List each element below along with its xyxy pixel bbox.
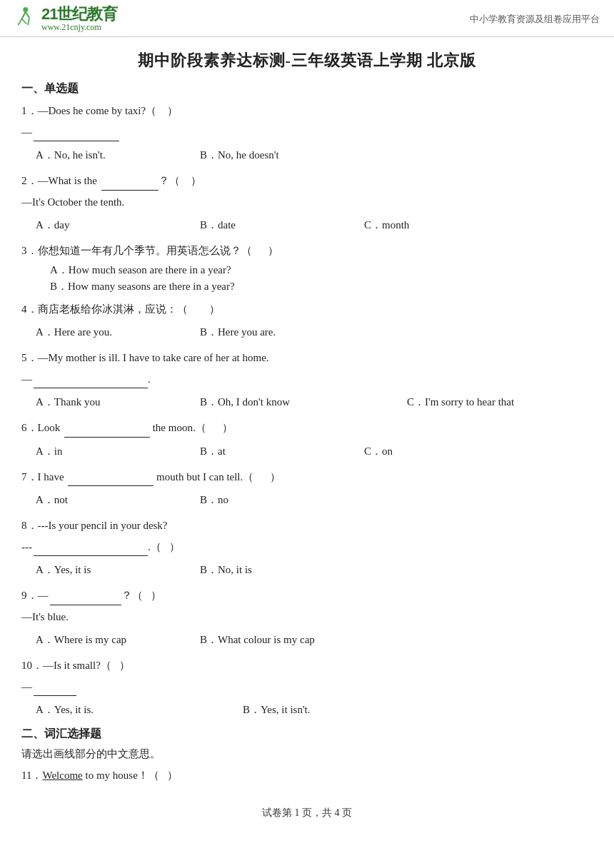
q10-optA: A．Yes, it is. [36, 700, 221, 720]
logo-runner-icon [14, 6, 34, 31]
q8-optA: A．Yes, it is [36, 560, 178, 580]
question-3: 3．你想知道一年有几个季节。用英语怎么说？（ ） A．How much seas… [21, 242, 593, 293]
main-title: 期中阶段素养达标测-三年级英语上学期 北京版 [0, 50, 614, 71]
q8-blank: ---.（ ） [21, 538, 593, 557]
q10-blank: — [21, 678, 593, 697]
q9-optA: A．Where is my cap [36, 630, 178, 650]
q2-optB: B．date [200, 216, 343, 235]
q2-options: A．day B．date C．month [36, 216, 593, 235]
question-8: 8．---Is your pencil in your desk? ---.（ … [21, 517, 593, 580]
question-11: 11．Welcome to my house！（ ） [21, 767, 593, 785]
q6-optA: A．in [36, 442, 178, 461]
svg-line-4 [26, 12, 29, 18]
q5-text: 5．—My mother is ill. I have to take care… [21, 349, 593, 368]
q9-options: A．Where is my cap B．What colour is my ca… [36, 630, 593, 650]
q8-text: 8．---Is your pencil in your desk? [21, 517, 593, 535]
header-platform: 中小学教育资源及组卷应用平台 [470, 13, 600, 26]
q6-options: A．in B．at C．on [36, 442, 593, 461]
q7-text: 7．I have mouth but I can tell.（ ） [21, 468, 593, 487]
svg-line-5 [28, 18, 29, 26]
q1-optB: B．No, he doesn't [200, 146, 343, 165]
question-7: 7．I have mouth but I can tell.（ ） A．not … [21, 468, 593, 510]
logo-text-sub: www.21cnjy.com [41, 23, 101, 32]
q1-optA: A．No, he isn't. [36, 146, 178, 165]
q6-optB: B．at [200, 442, 343, 461]
q4-optA: A．Here are you. [36, 323, 178, 342]
q3-options: A．How much season are there in a year? B… [36, 263, 593, 293]
svg-point-0 [23, 7, 28, 12]
q10-options: A．Yes, it is. B．Yes, it isn't. [36, 700, 593, 720]
svg-line-1 [22, 12, 26, 19]
question-9: 9．—？（ ） —It's blue. A．Where is my cap B．… [21, 587, 593, 650]
q3-optA: A．How much season are there in a year? [50, 263, 593, 277]
q11-underline-word: Welcome [42, 769, 82, 781]
q8-options: A．Yes, it is B．No, it is [36, 560, 593, 580]
q4-options: A．Here are you. B．Here you are. [36, 323, 593, 342]
logo-area: 21世纪教育 www.21cnjy.com [14, 6, 117, 32]
q5-options: A．Thank you B．Oh, I don't know C．I'm sor… [36, 393, 593, 412]
q9-sub: —It's blue. [21, 608, 593, 627]
q2-text: 2．—What is the ？（ ） [21, 172, 593, 191]
q9-text: 9．—？（ ） [21, 587, 593, 605]
q9-optB: B．What colour is my cap [200, 630, 343, 650]
q3-optB: B．How many seasons are there in a year? [50, 280, 593, 293]
q7-optB: B．no [200, 490, 343, 510]
q7-optA: A．not [36, 490, 178, 510]
q10-optB: B．Yes, it isn't. [243, 700, 428, 720]
q6-text: 6．Look the moon.（ ） [21, 419, 593, 438]
question-5: 5．—My mother is ill. I have to take care… [21, 349, 593, 412]
section-2-title: 二、词汇选择题 [21, 727, 593, 742]
q4-text: 4．商店老板给你冰淇淋，应说：（ ） [21, 301, 593, 319]
question-4: 4．商店老板给你冰淇淋，应说：（ ） A．Here are you. B．Her… [21, 301, 593, 343]
q2-optA: A．day [36, 216, 178, 235]
q10-text: 10．—Is it small?（ ） [21, 657, 593, 675]
question-2: 2．—What is the ？（ ） —It's October the te… [21, 172, 593, 235]
q1-options: A．No, he isn't. B．No, he doesn't [36, 146, 593, 165]
q4-optB: B．Here you are. [200, 323, 343, 342]
q5-optA: A．Thank you [36, 393, 178, 412]
q8-optB: B．No, it is [200, 560, 343, 580]
q7-options: A．not B．no [36, 490, 593, 510]
section-1-title: 一、单选题 [21, 81, 593, 96]
question-1: 1．—Does he come by taxi?（ ） — A．No, he i… [21, 102, 593, 165]
q2-optC: C．month [364, 216, 507, 235]
q2-sub: —It's October the tenth. [21, 193, 593, 212]
q6-optC: C．on [364, 442, 507, 461]
q1-text: 1．—Does he come by taxi?（ ） [21, 102, 593, 121]
svg-line-2 [18, 19, 21, 26]
q5-optB: B．Oh, I don't know [200, 393, 386, 412]
section-2-desc: 请选出画线部分的中文意思。 [21, 747, 593, 761]
svg-line-3 [22, 19, 27, 24]
logo-text-wrapper: 21世纪教育 www.21cnjy.com [41, 6, 117, 32]
page-header: 21世纪教育 www.21cnjy.com 中小学教育资源及组卷应用平台 [0, 0, 614, 37]
footer-page-info: 试卷第 1 页，共 4 页 [0, 807, 614, 827]
question-6: 6．Look the moon.（ ） A．in B．at C．on [21, 419, 593, 461]
q11-text: 11．Welcome to my house！（ ） [21, 767, 593, 785]
q3-text: 3．你想知道一年有几个季节。用英语怎么说？（ ） [21, 242, 593, 261]
q5-optC: C．I'm sorry to hear that [407, 393, 550, 412]
question-10: 10．—Is it small?（ ） — A．Yes, it is. B．Ye… [21, 657, 593, 720]
q1-blank: — [21, 123, 593, 142]
q5-blank: —. [21, 370, 593, 389]
logo-text-21: 21世纪教育 [41, 6, 117, 23]
